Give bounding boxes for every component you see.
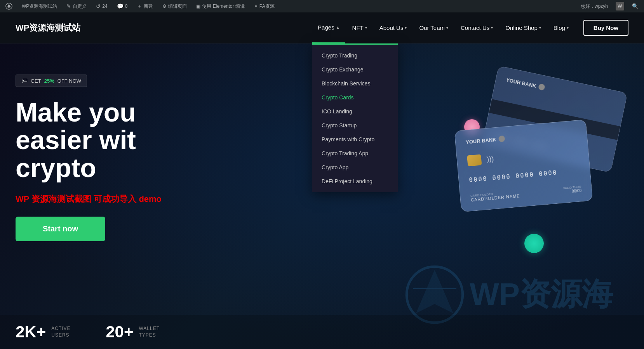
start-now-button[interactable]: Start now — [16, 217, 105, 241]
nav-item-team[interactable]: Our Team ▾ — [414, 12, 454, 43]
nav-link-pages[interactable]: Pages ▲ — [312, 12, 345, 43]
card-holder-name: CARDHOLDER NAME — [471, 193, 520, 202]
dropdown-defi-landing[interactable]: DeFi Project Landing — [312, 174, 398, 188]
chevron-down-icon-blog: ▾ — [567, 26, 569, 30]
orb-teal-2 — [524, 234, 544, 253]
stat-number-users: 2K+ — [16, 323, 46, 341]
hero-title-line3: crypto — [16, 154, 96, 182]
nav-link-nft[interactable]: NFT ▾ — [347, 12, 372, 43]
nav-link-team[interactable]: Our Team ▾ — [414, 12, 454, 43]
watermark-text: WP 资源海测试截图 可成功导入 demo — [16, 193, 218, 205]
nav-link-about[interactable]: About Us ▾ — [374, 12, 413, 43]
admin-search[interactable]: 🔍 — [630, 3, 641, 9]
nav-item-pages[interactable]: Pages ▲ Crypto Trading Crypto Exchange B… — [312, 12, 345, 43]
main-navigation: WP资源海测试站 Pages ▲ Crypto Trading Crypto E… — [0, 12, 644, 43]
card-stripe — [489, 99, 620, 140]
hero-title-line2: easier wit — [16, 126, 136, 154]
wp-watermark-text: WP资源海 — [470, 274, 613, 316]
svg-point-1 — [407, 267, 463, 323]
admin-pa[interactable]: ✦ PA资源 — [252, 0, 277, 12]
admin-revisions[interactable]: ↺ 24 — [94, 0, 110, 12]
dropdown-crypto-startup[interactable]: Crypto Startup — [312, 118, 398, 132]
buy-now-button[interactable]: Buy Now — [583, 20, 628, 36]
admin-avatar[interactable]: W — [613, 2, 627, 10]
card-holder-label: CARD HOLDER — [470, 190, 520, 198]
credit-card-front: YOUR BANK ))) 0000 0000 0000 0000 CARD H… — [454, 120, 593, 212]
hero-content: 🏷 GET 25% OFF NOW Make you easier wit cr… — [16, 75, 218, 241]
dropdown-crypto-trading[interactable]: Crypto Trading — [312, 49, 398, 63]
card-valid-section: VALID THRU 00/00 — [563, 185, 581, 194]
chevron-down-icon-about: ▾ — [405, 26, 407, 30]
chevron-down-icon-nft: ▾ — [365, 26, 367, 30]
promo-percent: 25% — [44, 78, 54, 84]
nav-item-contact[interactable]: Contact Us ▾ — [455, 12, 498, 43]
card-number-front: 0000 0000 0000 0000 — [469, 167, 580, 184]
dropdown-ico-landing[interactable]: ICO Landing — [312, 104, 398, 118]
promo-badge: 🏷 GET 25% OFF NOW — [16, 75, 87, 87]
nav-item-blog[interactable]: Blog ▾ — [548, 12, 574, 43]
stat-wallet-types: 20+ WALLET TYPES — [106, 323, 170, 341]
nav-link-blog[interactable]: Blog ▾ — [548, 12, 574, 43]
dropdown-crypto-app[interactable]: Crypto App — [312, 160, 398, 174]
nav-item-shop[interactable]: Online Shop ▾ — [500, 12, 547, 43]
hero-title: Make you easier wit crypto — [16, 99, 218, 182]
nav-item-nft[interactable]: NFT ▾ — [347, 12, 372, 43]
admin-bar-right: 您好，wpzyh W 🔍 — [578, 2, 641, 10]
dropdown-crypto-trading-app[interactable]: Crypto Trading App — [312, 146, 398, 160]
card-bank-front: YOUR BANK — [465, 129, 576, 145]
admin-customize[interactable]: ✎ 自定义 — [64, 0, 89, 12]
cards-visual: YOUR BANK 0000 0000 0000 YOUR BANK ))) 0… — [426, 67, 621, 261]
card-valid-label: VALID THRU — [563, 185, 581, 190]
card-bottom: CARD HOLDER CARDHOLDER NAME VALID THRU 0… — [470, 184, 582, 202]
site-logo[interactable]: WP资源海测试站 — [16, 22, 80, 34]
card-valid-date: 00/00 — [563, 188, 582, 194]
stats-bar: 2K+ ACTIVE USERS 20+ WALLET TYPES — [0, 315, 644, 349]
nav-link-shop[interactable]: Online Shop ▾ — [500, 12, 547, 43]
nav-link-contact[interactable]: Contact Us ▾ — [455, 12, 498, 43]
card-number-back: 0000 0000 0000 — [494, 133, 604, 162]
stat-label-users: ACTIVE USERS — [51, 325, 82, 339]
wp-logo-item[interactable] — [3, 0, 15, 12]
card-contactless-icon: ))) — [486, 155, 494, 163]
nav-item-buynow[interactable]: Buy Now — [576, 12, 628, 43]
pages-dropdown: Crypto Trading Crypto Exchange Blockchai… — [312, 43, 398, 192]
chevron-up-icon: ▲ — [336, 25, 340, 30]
admin-edit-page[interactable]: ⚙ 编辑页面 — [160, 0, 189, 12]
admin-site-name[interactable]: WP资源海测试站 — [19, 0, 59, 12]
dropdown-crypto-cards[interactable]: Crypto Cards — [312, 90, 398, 104]
nav-menu: Pages ▲ Crypto Trading Crypto Exchange B… — [312, 12, 628, 43]
chevron-down-icon-contact: ▾ — [491, 26, 493, 30]
hero-title-line1: Make you — [16, 99, 136, 126]
card-bank-back: YOUR BANK — [506, 76, 616, 106]
dropdown-blockchain-services[interactable]: Blockchain Services — [312, 76, 398, 90]
admin-bar: WP资源海测试站 ✎ 自定义 ↺ 24 💬 0 ＋ 新建 ⚙ 编辑页面 ▣ 使用… — [0, 0, 644, 12]
admin-comments[interactable]: 💬 0 — [115, 0, 130, 12]
stat-number-wallets: 20+ — [106, 323, 133, 341]
card-holder-section: CARD HOLDER CARDHOLDER NAME — [470, 190, 520, 202]
nav-item-about[interactable]: About Us ▾ — [374, 12, 413, 43]
orb-pink — [464, 119, 480, 135]
admin-new[interactable]: ＋ 新建 — [134, 0, 155, 12]
chevron-down-icon-shop: ▾ — [539, 26, 541, 30]
admin-user[interactable]: 您好，wpzyh — [578, 3, 610, 10]
credit-card-back: YOUR BANK 0000 0000 0000 — [482, 66, 628, 173]
dropdown-crypto-exchange[interactable]: Crypto Exchange — [312, 63, 398, 76]
stat-active-users: 2K+ ACTIVE USERS — [16, 323, 82, 341]
dropdown-payments-crypto[interactable]: Payments with Crypto — [312, 132, 398, 146]
chevron-down-icon-team: ▾ — [446, 26, 448, 30]
stat-label-wallets: WALLET TYPES — [139, 325, 170, 339]
card-chip — [467, 154, 482, 166]
admin-elementor[interactable]: ▣ 使用 Elementor 编辑 — [194, 0, 247, 12]
